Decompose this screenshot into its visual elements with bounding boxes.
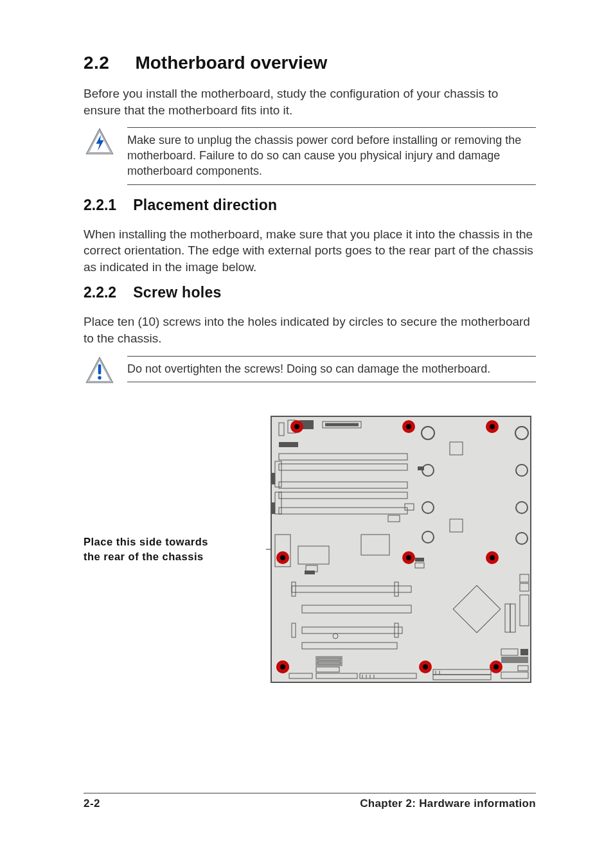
heading-title: Motherboard overview [135, 53, 327, 73]
svg-rect-12 [325, 423, 359, 426]
svg-point-81 [406, 424, 411, 429]
svg-point-5 [98, 376, 102, 380]
page-footer: 2-2 Chapter 2: Hardware information [84, 793, 536, 810]
svg-point-83 [490, 424, 495, 429]
diagram-label-line1: Place this side towards [84, 536, 208, 547]
section-heading: 2.2 Motherboard overview [84, 53, 536, 73]
diagram-label-line2: the rear of the chassis [84, 551, 204, 562]
svg-rect-39 [305, 571, 315, 574]
subsection-heading: 2.2.1 Placement direction [84, 197, 536, 214]
warning-note: Make sure to unplug the chassis power co… [84, 127, 536, 184]
svg-rect-23 [271, 502, 275, 514]
svg-rect-4 [98, 364, 102, 375]
subsection-heading: 2.2.2 Screw holes [84, 284, 536, 301]
footer-chapter-title: Hardware information [419, 797, 536, 810]
warning-text: Make sure to unplug the chassis power co… [127, 133, 536, 179]
subsection-number: 2.2.1 [84, 197, 116, 214]
svg-rect-60 [317, 662, 341, 664]
svg-rect-68 [520, 649, 528, 655]
svg-rect-69 [501, 657, 528, 663]
footer-chapter-label: Chapter 2: [360, 797, 416, 810]
motherboard-diagram-area: Place this side towards the rear of the … [84, 411, 536, 687]
subsection-body: Place ten (10) screws into the holes ind… [84, 314, 536, 346]
motherboard-diagram [266, 411, 536, 687]
svg-rect-41 [415, 558, 424, 562]
footer-chapter: Chapter 2: Hardware information [360, 797, 536, 810]
svg-rect-28 [418, 466, 424, 470]
svg-point-95 [493, 664, 499, 669]
svg-rect-59 [317, 658, 341, 660]
svg-point-79 [294, 424, 299, 429]
subsection-title: Screw holes [133, 284, 222, 301]
svg-point-89 [490, 555, 495, 560]
document-page: 2.2 Motherboard overview Before you inst… [0, 0, 613, 868]
svg-point-87 [406, 555, 411, 560]
diagram-label-column: Place this side towards the rear of the … [84, 535, 254, 563]
subsection-body: When installing the motherboard, make su… [84, 226, 536, 276]
footer-rule [84, 793, 536, 793]
intro-paragraph: Before you install the motherboard, stud… [84, 85, 536, 118]
footer-page-number: 2-2 [84, 797, 100, 810]
warning-text-container: Make sure to unplug the chassis power co… [127, 127, 536, 184]
svg-rect-13 [279, 442, 298, 447]
svg-point-97 [280, 664, 285, 669]
lightning-triangle-icon [85, 127, 114, 157]
diagram-label: Place this side towards the rear of the … [84, 535, 254, 563]
caution-text: Do not overtighten the screws! Doing so … [127, 362, 536, 377]
heading-number: 2.2 [84, 53, 109, 73]
exclamation-triangle-icon [85, 356, 114, 385]
caution-text-container: Do not overtighten the screws! Doing so … [127, 356, 536, 383]
caution-note: Do not overtighten the screws! Doing so … [84, 356, 536, 385]
subsection-number: 2.2.2 [84, 284, 116, 301]
svg-point-93 [423, 664, 428, 669]
svg-point-85 [280, 555, 285, 560]
subsection-title: Placement direction [133, 197, 277, 214]
svg-rect-22 [271, 473, 275, 484]
